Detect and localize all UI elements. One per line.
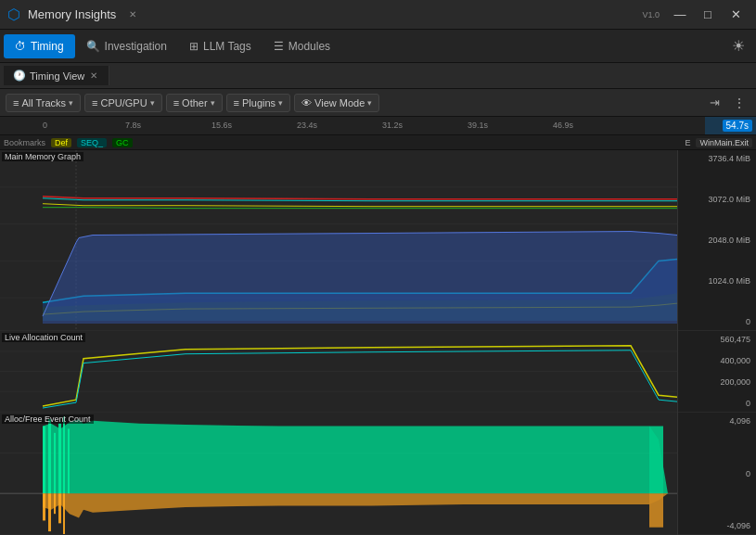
bookmark-seq: SEQ_ <box>77 138 107 147</box>
close-button[interactable]: ✕ <box>723 6 749 24</box>
titlebar: ⬡ Memory Insights ✕ V1.0 — □ ✕ <box>0 0 756 30</box>
pin-icon-btn[interactable]: ⇥ <box>705 94 724 112</box>
axis-2048: 2048.0 MiB <box>684 236 750 245</box>
nav-tab-timing[interactable]: ⏱ Timing <box>4 34 75 58</box>
app-icon: ⬡ <box>7 6 20 23</box>
svg-rect-21 <box>63 416 65 493</box>
main-memory-graph-section: Main Memory Graph <box>0 150 677 331</box>
ruler-tick-2: 15.6s <box>211 121 232 130</box>
plugins-button[interactable]: ≡ Plugins ▾ <box>226 94 291 112</box>
svg-rect-25 <box>48 493 51 531</box>
main-memory-label: Main Memory Graph <box>2 152 83 161</box>
nav-tabs: ⏱ Timing 🔍 Investigation ⊞ LLM Tags ☰ Mo… <box>0 30 756 63</box>
chart-area: Main Memory Graph <box>0 150 756 535</box>
cpugpu-icon: ≡ <box>92 97 97 108</box>
chevron-down-icon: ▾ <box>69 98 73 108</box>
nav-tab-investigation-label: Investigation <box>105 40 167 53</box>
bookmark-def: Def <box>51 138 71 147</box>
svg-rect-27 <box>58 493 61 523</box>
all-tracks-button[interactable]: ≡ All Tracks ▾ <box>6 94 81 112</box>
axis-560475: 560,475 <box>684 335 750 344</box>
bookmark-e-label: E <box>685 138 690 147</box>
svg-marker-8 <box>43 232 677 324</box>
alloc-free-graph-section: Alloc/Free Event Count <box>0 413 677 535</box>
inner-tab-timingview-label: Timing View <box>30 70 84 82</box>
ruler-tick-6: 46.9s <box>553 121 573 130</box>
plugins-label: Plugins <box>242 97 275 108</box>
all-tracks-label: All Tracks <box>21 97 66 108</box>
titlebar-left: ⬡ Memory Insights ✕ <box>7 6 142 23</box>
alloc-free-label: Alloc/Free Event Count <box>2 414 94 424</box>
nav-tab-timing-label: Timing <box>31 40 64 53</box>
svg-rect-29 <box>649 427 663 494</box>
axis-4096: 4,096 <box>684 416 750 426</box>
bookmark-gc: GC <box>112 138 133 147</box>
eye-icon: 👁 <box>301 97 312 108</box>
bookmarks-label: Bookmarks <box>4 138 45 147</box>
inner-tab-close-button[interactable]: ✕ <box>88 70 99 81</box>
cpugpu-button[interactable]: ≡ CPU/GPU ▾ <box>84 94 162 112</box>
main-memory-svg <box>0 150 677 330</box>
bookmark-winmain: WinMain.Exit <box>696 138 752 147</box>
timeline-ruler[interactable]: 0 7.8s 15.6s 23.4s 31.2s 39.1s 46.9s 54.… <box>0 117 756 135</box>
svg-rect-28 <box>63 493 65 534</box>
inner-tab-timingview[interactable]: 🕐 Timing View ✕ <box>4 66 109 85</box>
axis-3736: 3736.4 MiB <box>684 154 750 163</box>
svg-rect-22 <box>68 428 70 493</box>
other-label: Other <box>182 97 208 108</box>
plugins-icon: ≡ <box>234 97 239 108</box>
axis-0-alloc: 0 <box>684 399 750 408</box>
viewmode-label: View Mode <box>314 97 365 108</box>
timing-icon: ⏱ <box>15 40 26 53</box>
axis-0-event: 0 <box>684 469 750 478</box>
app-title: Memory Insights <box>28 7 116 21</box>
nav-tab-llmtags[interactable]: ⊞ LLM Tags <box>178 34 263 58</box>
settings-icon-btn[interactable]: ☀ <box>724 33 752 58</box>
svg-rect-17 <box>43 427 45 494</box>
bookmarks-bar: Bookmarks Def SEQ_ GC E WinMain.Exit <box>0 135 756 150</box>
investigation-icon: 🔍 <box>86 40 100 53</box>
axis-1024: 1024.0 MiB <box>684 276 750 286</box>
nav-tab-llmtags-label: LLM Tags <box>203 40 251 53</box>
svg-rect-20 <box>58 424 61 494</box>
ruler-tick-0: 0 <box>43 121 47 130</box>
axis-3072: 3072.0 MiB <box>684 195 750 204</box>
modules-icon: ☰ <box>274 40 284 53</box>
more-options-btn[interactable]: ⋮ <box>728 94 750 112</box>
alloc-free-svg <box>0 413 677 534</box>
viewmode-button[interactable]: 👁 View Mode ▾ <box>294 94 379 112</box>
ruler-tick-1: 7.8s <box>125 121 141 130</box>
main-memory-axis: 3736.4 MiB 3072.0 MiB 2048.0 MiB 1024.0 … <box>678 150 756 331</box>
svg-rect-26 <box>54 493 56 514</box>
inner-tabs: 🕐 Timing View ✕ <box>0 63 756 89</box>
navtabs-right: ☀ <box>724 33 752 58</box>
titlebar-close-tab[interactable]: ✕ <box>123 7 142 21</box>
alloc-free-axis: 4,096 0 -4,096 <box>678 413 756 535</box>
chevron-down-icon3: ▾ <box>211 98 215 108</box>
svg-rect-30 <box>649 493 663 527</box>
svg-marker-16 <box>43 419 668 493</box>
live-alloc-graph-section: Live Allocation Count <box>0 331 677 413</box>
axis-400000: 400,000 <box>684 356 750 365</box>
minimize-button[interactable]: — <box>667 6 693 24</box>
nav-tab-modules-label: Modules <box>288 40 330 53</box>
chart-right-axis: 3736.4 MiB 3072.0 MiB 2048.0 MiB 1024.0 … <box>677 150 756 535</box>
axis-0-mem: 0 <box>684 317 750 326</box>
axis-neg4096: -4,096 <box>684 521 750 530</box>
maximize-button[interactable]: □ <box>695 6 721 24</box>
version-label: V1.0 <box>642 10 660 19</box>
all-tracks-icon: ≡ <box>13 97 19 108</box>
titlebar-controls: V1.0 — □ ✕ <box>642 6 749 24</box>
chart-left: Main Memory Graph <box>0 150 677 535</box>
toolbar: ≡ All Tracks ▾ ≡ CPU/GPU ▾ ≡ Other ▾ ≡ P… <box>0 89 756 117</box>
other-icon: ≡ <box>173 97 179 108</box>
nav-tab-modules[interactable]: ☰ Modules <box>263 34 341 58</box>
other-button[interactable]: ≡ Other ▾ <box>166 94 223 112</box>
toolbar-right: ⇥ ⋮ <box>705 94 750 112</box>
nav-tab-investigation[interactable]: 🔍 Investigation <box>75 34 178 58</box>
llmtags-icon: ⊞ <box>189 40 199 53</box>
svg-rect-24 <box>43 493 45 520</box>
ruler-tick-5: 39.1s <box>468 121 488 130</box>
cpugpu-label: CPU/GPU <box>101 97 147 108</box>
live-alloc-svg <box>0 331 677 412</box>
